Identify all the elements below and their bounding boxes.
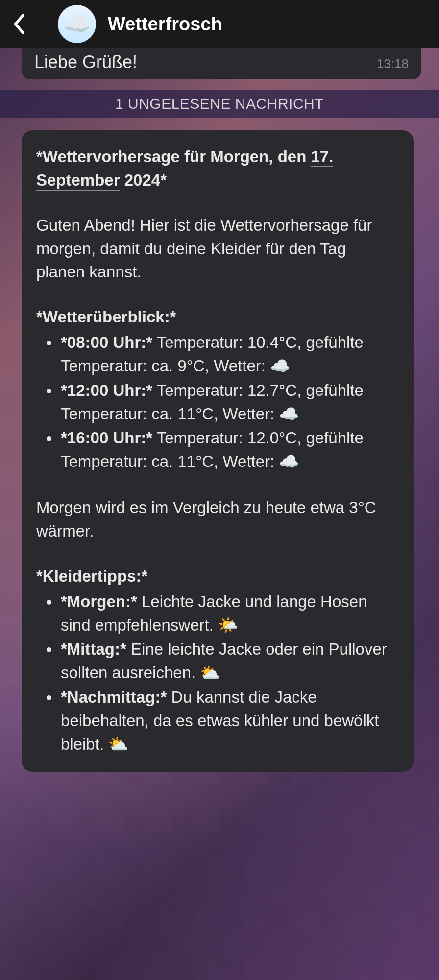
list-item: *Nachmittag:* Du kannst die Jacke beibeh… [60,686,399,756]
overview-heading: *Wetterüberblick:* [36,305,399,329]
chat-avatar[interactable]: ☁️ [58,5,96,43]
list-item: *Mittag:* Eine leichte Jacke oder ein Pu… [60,637,399,685]
overview-item-label: *16:00 Uhr:* [61,429,152,447]
list-item: *16:00 Uhr:* Temperatur: 12.0°C, gefühlt… [60,426,399,473]
previous-message-text: Liebe Grüße! [34,52,137,73]
overview-list: *08:00 Uhr:* Temperatur: 10.4°C, gefühlt… [36,331,399,473]
chevron-left-icon [12,13,25,35]
overview-item-label: *12:00 Uhr:* [61,381,152,399]
previous-message-time: 13:18 [367,56,409,72]
unread-banner: 1 UNGELESENE NACHRICHT [0,90,439,118]
tip-item-label: *Morgen:* [61,592,137,611]
list-item: *Morgen:* Leichte Jacke und lange Hosen … [60,590,399,637]
title-suffix: 2024* [120,171,167,189]
tip-item-label: *Mittag:* [61,640,126,658]
avatar-emoji: ☁️ [64,11,91,37]
list-item: *08:00 Uhr:* Temperatur: 10.4°C, gefühlt… [60,331,399,378]
overview-item-label: *08:00 Uhr:* [61,333,152,351]
title-prefix: *Wettervorhersage für Morgen, den [36,147,311,166]
message-intro: Guten Abend! Hier ist die Wettervorhersa… [36,214,399,284]
chat-area: Liebe Grüße! 13:18 1 UNGELESENE NACHRICH… [0,48,439,772]
message-bubble[interactable]: *Wettervorhersage für Morgen, den 17. Se… [22,130,414,772]
back-button[interactable] [9,14,28,34]
comparison-text: Morgen wird es im Vergleich zu heute etw… [36,496,399,543]
message-title: *Wettervorhersage für Morgen, den 17. Se… [36,145,399,192]
chat-header: ☁️ Wetterfrosch [0,0,439,48]
chat-title[interactable]: Wetterfrosch [108,14,222,35]
list-item: *12:00 Uhr:* Temperatur: 12.7°C, gefühlt… [60,379,399,426]
tips-heading: *Kleidertipps:* [36,564,399,588]
tips-list: *Morgen:* Leichte Jacke und lange Hosen … [36,590,399,756]
previous-message-bubble[interactable]: Liebe Grüße! 13:18 [22,48,421,79]
tip-item-label: *Nachmittag:* [61,688,167,706]
